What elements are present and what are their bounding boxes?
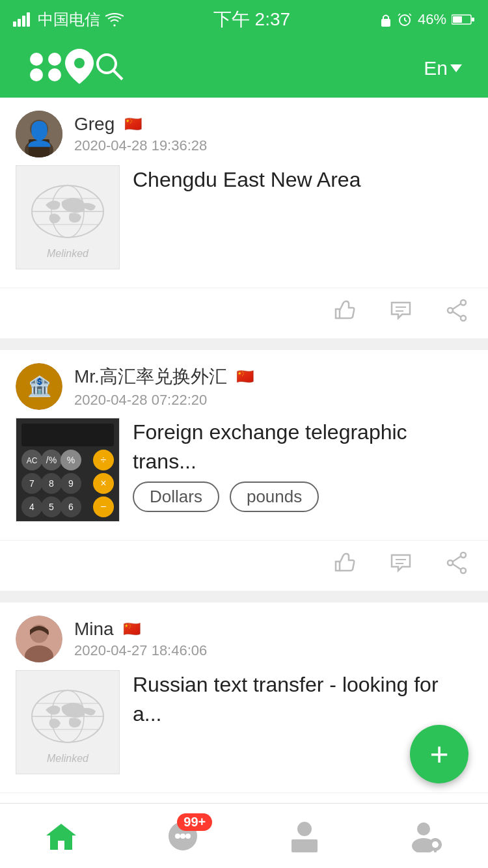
status-time: 下午 2:37	[213, 7, 290, 32]
post-actions	[0, 540, 488, 591]
svg-text:7: 7	[29, 478, 34, 489]
svg-point-70	[448, 560, 453, 565]
post-title: Russian text transfer - looking for a...	[133, 670, 472, 729]
svg-point-35	[448, 308, 453, 313]
post-body: AC /% % ÷ 7 8 9	[0, 418, 488, 540]
avatar[interactable]: 🏦	[16, 363, 62, 410]
svg-text:/%: /%	[46, 455, 57, 465]
svg-point-117	[417, 822, 430, 835]
svg-rect-0	[13, 21, 16, 27]
svg-rect-3	[27, 12, 30, 27]
battery-label: 46%	[418, 11, 446, 28]
svg-text:🏦: 🏦	[27, 375, 52, 398]
post-card: Greg 🇨🇳 2020-04-28 19:36:28	[0, 98, 488, 338]
apps-icon[interactable]	[26, 50, 65, 87]
svg-rect-123	[429, 843, 431, 846]
svg-text:Melinked: Melinked	[47, 753, 89, 764]
comment-button[interactable]	[389, 299, 413, 328]
svg-text:8: 8	[49, 478, 54, 489]
nav-item-home[interactable]	[45, 821, 77, 851]
post-thumbnail[interactable]: Melinked	[16, 165, 120, 269]
post-image-container: AC /% % ÷ 7 8 9	[16, 418, 472, 522]
signal-icon	[13, 12, 33, 27]
svg-point-111	[175, 834, 180, 839]
comment-button[interactable]	[389, 551, 413, 580]
svg-point-15	[30, 68, 43, 81]
svg-point-113	[185, 834, 191, 839]
like-button[interactable]	[333, 299, 357, 328]
svg-rect-2	[22, 16, 25, 27]
svg-rect-11	[472, 18, 474, 21]
svg-rect-24	[29, 139, 49, 157]
svg-point-114	[297, 822, 312, 836]
svg-text:×: ×	[100, 478, 106, 489]
svg-rect-122	[434, 850, 437, 852]
post-thumbnail[interactable]: Melinked	[16, 670, 120, 774]
post-time: 2020-04-28 07:22:20	[74, 392, 472, 409]
svg-line-9	[409, 14, 411, 16]
message-badge: 99+	[177, 813, 212, 831]
tag-pounds[interactable]: pounds	[230, 481, 319, 512]
post-header: Mina 🇨🇳 2020-04-27 18:46:06	[0, 603, 488, 670]
post-meta: Mina 🇨🇳 2020-04-27 18:46:06	[74, 619, 472, 659]
avatar[interactable]	[16, 111, 62, 157]
profile-icon	[409, 820, 443, 852]
svg-rect-124	[439, 843, 442, 846]
svg-point-18	[98, 55, 116, 73]
svg-text:4: 4	[29, 502, 34, 512]
post-title: Foreign exchange telegraphic trans...	[133, 418, 472, 476]
post-thumbnail[interactable]: AC /% % ÷ 7 8 9	[16, 418, 120, 522]
post-author: Greg 🇨🇳	[74, 114, 472, 135]
wifi-icon	[105, 12, 124, 27]
svg-point-14	[48, 53, 61, 66]
svg-text:AC: AC	[27, 456, 38, 465]
flag-icon: 🇨🇳	[234, 369, 257, 385]
tag-dollars[interactable]: Dollars	[133, 481, 219, 512]
nav-item-profile[interactable]	[409, 820, 443, 852]
post-header: 🏦 Mr.高汇率兑换外汇 🇨🇳 2020-04-28 07:22:20	[0, 350, 488, 418]
svg-rect-12	[453, 16, 462, 23]
fab-button[interactable]: +	[410, 725, 468, 783]
avatar[interactable]	[16, 616, 62, 662]
svg-line-38	[453, 312, 461, 317]
lock-icon	[380, 12, 392, 27]
svg-point-36	[461, 316, 466, 321]
share-button[interactable]	[445, 551, 468, 580]
post-title: Chengdu East New Area	[133, 165, 472, 195]
svg-line-37	[453, 304, 461, 309]
flag-icon: 🇨🇳	[121, 116, 144, 132]
svg-line-72	[453, 556, 461, 562]
status-left: 中国电信	[13, 9, 124, 30]
svg-point-17	[74, 58, 85, 68]
post-time: 2020-04-27 18:46:06	[74, 642, 472, 659]
svg-point-16	[48, 68, 61, 81]
svg-point-120	[432, 841, 439, 848]
nav-bar: En	[0, 39, 488, 98]
nav-item-contacts[interactable]	[289, 820, 320, 852]
alarm-icon	[397, 12, 413, 27]
flag-icon: 🇨🇳	[120, 621, 144, 637]
search-icon[interactable]	[94, 51, 125, 87]
svg-point-112	[180, 834, 185, 839]
post-image-container: Melinked Chengdu East New Area	[16, 165, 472, 269]
svg-rect-121	[434, 838, 437, 841]
location-icon[interactable]	[65, 49, 94, 88]
home-icon	[45, 821, 77, 851]
like-button[interactable]	[333, 551, 357, 580]
svg-point-71	[461, 568, 466, 573]
contacts-icon	[289, 820, 320, 852]
svg-text:6: 6	[68, 502, 74, 512]
post-body: Melinked Russian text transfer - looking…	[0, 670, 488, 793]
svg-rect-1	[18, 19, 21, 27]
svg-point-69	[461, 552, 466, 558]
nav-item-messages[interactable]: 99+	[167, 820, 199, 852]
svg-text:−: −	[100, 501, 106, 512]
language-selector[interactable]: En	[424, 57, 462, 79]
svg-line-19	[113, 70, 122, 79]
svg-point-22	[30, 120, 48, 138]
post-author: Mr.高汇率兑换外汇 🇨🇳	[74, 364, 472, 389]
post-meta: Greg 🇨🇳 2020-04-28 19:36:28	[74, 114, 472, 154]
svg-text:÷: ÷	[101, 454, 107, 465]
svg-point-13	[30, 53, 43, 66]
share-button[interactable]	[445, 299, 468, 328]
